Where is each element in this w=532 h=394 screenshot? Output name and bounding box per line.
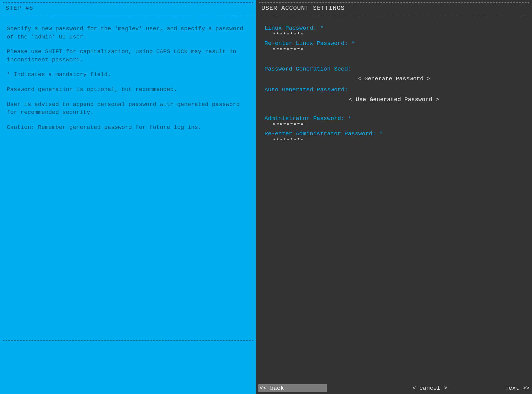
form-content: Linux Password: * ********* Re-enter Lin… — [256, 16, 532, 144]
seed-group: Password Generation Seed: < Generate Pas… — [264, 66, 523, 103]
step-title: STEP #6 — [0, 3, 256, 12]
cancel-button[interactable]: < cancel > — [412, 385, 447, 392]
top-border-right — [259, 2, 529, 3]
instruction-text: Specify a new password for the 'maglev' … — [0, 16, 256, 131]
title-underline — [3, 15, 253, 15]
linux-password-confirm-input[interactable]: ********* — [264, 47, 523, 53]
title-underline-right — [259, 15, 529, 15]
form-panel: USER ACCOUNT SETTINGS Linux Password: * … — [256, 0, 532, 394]
bottom-border — [3, 340, 253, 341]
admin-password-confirm-input[interactable]: ********* — [264, 137, 523, 144]
next-button[interactable]: next >> — [505, 385, 530, 392]
admin-password-group: Administrator Password: * ********* Re-e… — [264, 115, 523, 144]
intro-para-2: Please use SHIFT for capitalization, usi… — [7, 48, 249, 64]
seed-label: Password Generation Seed: — [264, 66, 523, 72]
instructions-panel: STEP #6 Specify a new password for the '… — [0, 0, 256, 394]
auto-generated-label: Auto Generated Password: — [264, 86, 523, 93]
admin-password-confirm-label: Re-enter Administrator Password: * — [264, 130, 523, 137]
top-border — [3, 2, 253, 3]
linux-password-confirm-label: Re-enter Linux Password: * — [264, 40, 523, 47]
generate-password-button[interactable]: < Generate Password > — [264, 75, 523, 82]
intro-para-1: Specify a new password for the 'maglev' … — [7, 25, 249, 41]
linux-password-group: Linux Password: * ********* Re-enter Lin… — [264, 25, 523, 53]
panel-title: USER ACCOUNT SETTINGS — [256, 3, 532, 12]
back-button[interactable]: << back — [258, 384, 327, 392]
linux-password-input[interactable]: ********* — [264, 31, 523, 38]
admin-password-label: Administrator Password: * — [264, 115, 523, 122]
intro-para-4: Password generation is optional, but rec… — [7, 86, 249, 94]
admin-password-input[interactable]: ********* — [264, 122, 523, 129]
intro-para-6: Caution: Remember generated password for… — [7, 123, 249, 132]
navigation-footer: << back < cancel > next >> — [256, 384, 532, 393]
linux-password-label: Linux Password: * — [264, 25, 523, 31]
intro-para-5: User is advised to append personal passw… — [7, 100, 249, 117]
use-generated-password-button[interactable]: < Use Generated Password > — [264, 96, 523, 103]
intro-para-3: * Indicates a mandatory field. — [7, 71, 249, 79]
